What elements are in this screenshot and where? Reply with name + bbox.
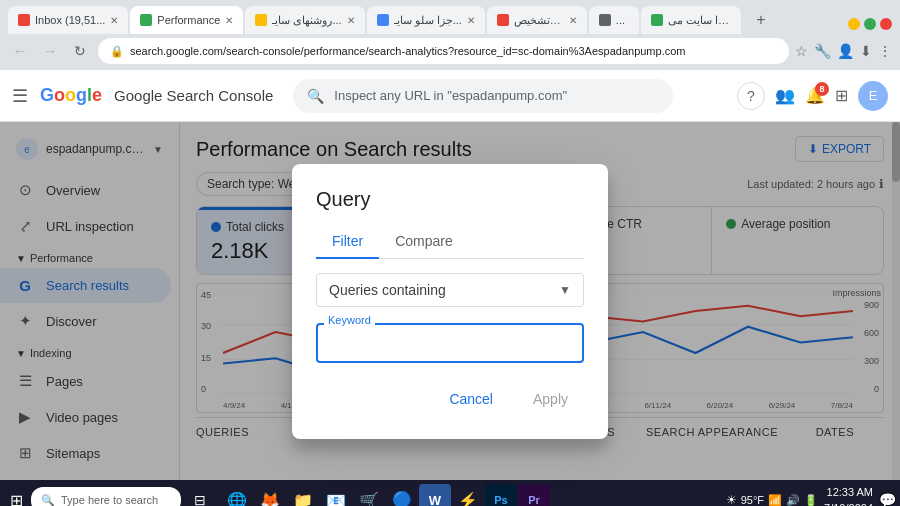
modal-dropdown-label: Queries containing [329,282,446,298]
tab-close-5[interactable]: ✕ [569,15,577,26]
tab-label-4: جزا سلو سایـ... [394,14,462,27]
tab-close-3[interactable]: ✕ [347,15,355,26]
tab4-favicon [377,14,389,26]
taskbar-notification-button[interactable]: 💬 [879,492,896,506]
modal-title: Query [316,188,584,211]
profile-icon[interactable]: 👤 [837,43,854,59]
taskbar-network-icon[interactable]: 📶 [768,494,782,507]
apps-icon[interactable]: ⊞ [835,86,848,105]
taskbar-right: ☀ 95°F 📶 🔊 🔋 12:33 AM 7/10/2024 💬 [726,484,896,507]
taskbar-temp: 95°F [741,494,764,506]
gsc-favicon [140,14,152,26]
browser-tab-5[interactable]: نحوه تشخیص... ✕ [487,6,587,34]
modal-input-label: Keyword [324,314,375,326]
address-bar[interactable]: 🔒 search.google.com/search-console/perfo… [98,38,789,64]
taskbar-app-chrome[interactable]: 🔵 [386,484,418,506]
modal-actions: Cancel Apply [316,383,584,415]
maximize-button[interactable] [864,18,876,30]
gmail-favicon [18,14,30,26]
taskbar-volume-icon[interactable]: 🔊 [786,494,800,507]
browser-tab-gmail[interactable]: Inbox (19,51... ✕ [8,6,128,34]
keyword-input[interactable] [316,323,584,363]
main-app-body: e espadanpump.com ▼ ⊙ Overview ⤤ URL ins… [0,122,900,480]
new-tab-button[interactable]: + [747,6,775,34]
tab-label-5: نحوه تشخیص... [514,14,564,27]
modal-tab-filter[interactable]: Filter [316,225,379,259]
lock-icon: 🔒 [110,45,124,58]
browser-tab-4[interactable]: جزا سلو سایـ... ✕ [367,6,485,34]
google-logo: Google [40,85,102,106]
tab-close-gmail[interactable]: ✕ [110,15,118,26]
taskbar-time: 12:33 AM [824,484,873,501]
taskbar-system-icons: ☀ 95°F 📶 🔊 🔋 [726,493,818,506]
tab7-favicon [651,14,663,26]
browser-chrome: Inbox (19,51... ✕ Performance ✕ روشنهای … [0,0,900,70]
forward-button[interactable]: → [38,39,62,63]
users-icon[interactable]: 👥 [775,86,795,105]
taskbar-search-icon: 🔍 [41,494,55,507]
notification-badge: 8 [815,82,829,96]
tab-label-gmail: Inbox (19,51... [35,14,105,26]
modal-dropdown-arrow-icon: ▼ [559,283,571,297]
taskbar-clock[interactable]: 12:33 AM 7/10/2024 [824,484,873,507]
minimize-button[interactable] [848,18,860,30]
tab5-favicon [497,14,509,26]
modal-tab-bar: Filter Compare [316,225,584,259]
avatar[interactable]: E [858,81,888,111]
modal-tab-compare[interactable]: Compare [379,225,469,259]
taskbar-app-mail[interactable]: 📧 [320,484,352,506]
taskbar-app-ps[interactable]: Ps [485,484,517,506]
modal-dropdown[interactable]: Queries containing ▼ [316,273,584,307]
browser-tab-3[interactable]: روشنهای سایـ... ✕ [245,6,364,34]
help-button[interactable]: ? [737,82,765,110]
taskbar-apps: 🌐 🦊 📁 📧 🛒 🔵 W ⚡ Ps Pr [221,484,550,506]
bookmark-icon[interactable]: ☆ [795,43,808,59]
windows-start-button[interactable]: ⊞ [4,487,29,507]
taskbar-search-box[interactable]: 🔍 Type here to search [31,487,181,506]
taskbar-weather-icon: ☀ [726,493,737,506]
close-button[interactable] [880,18,892,30]
tab-label-6: ... [616,14,625,26]
back-button[interactable]: ← [8,39,32,63]
browser-tab-7[interactable]: جزا سایت می... [641,6,741,34]
tab-close-performance[interactable]: ✕ [225,15,233,26]
browser-tab-6[interactable]: ... [589,6,639,34]
taskbar-app-word[interactable]: W [419,484,451,506]
notification-icon[interactable]: 🔔 8 [805,86,825,105]
taskbar-app-excel[interactable]: ⚡ [452,484,484,506]
browser-tab-performance[interactable]: Performance ✕ [130,6,243,34]
tab-label-3: روشنهای سایـ... [272,14,341,27]
extension-icon[interactable]: 🔧 [814,43,831,59]
query-modal: Query Filter Compare Queries containing … [292,164,608,439]
modal-overlay[interactable]: Query Filter Compare Queries containing … [0,122,900,480]
menu-icon[interactable]: ⋮ [878,43,892,59]
apply-button[interactable]: Apply [517,383,584,415]
tab-label-7: جزا سایت می... [668,14,731,27]
taskbar-date: 7/10/2024 [824,500,873,506]
hamburger-button[interactable]: ☰ [12,85,28,107]
taskbar-app-store[interactable]: 🛒 [353,484,385,506]
taskbar-app-firefox[interactable]: 🦊 [254,484,286,506]
search-icon: 🔍 [307,88,324,104]
taskbar-search-placeholder: Type here to search [61,494,158,506]
modal-input-wrapper: Keyword [316,323,584,363]
app-title: Google Search Console [114,87,273,104]
taskbar-app-edge[interactable]: 🌐 [221,484,253,506]
address-bar-row: ← → ↻ 🔒 search.google.com/search-console… [0,34,900,70]
reload-button[interactable]: ↻ [68,39,92,63]
tab-label-performance: Performance [157,14,220,26]
taskbar-app-premiere[interactable]: Pr [518,484,550,506]
taskbar-app-files[interactable]: 📁 [287,484,319,506]
tab3-favicon [255,14,267,26]
taskbar-app-view-button[interactable]: ⊟ [185,485,215,506]
search-placeholder: Inspect any URL in "espadanpump.com" [334,88,567,103]
browser-tab-bar: Inbox (19,51... ✕ Performance ✕ روشنهای … [0,0,900,34]
taskbar: ⊞ 🔍 Type here to search ⊟ 🌐 🦊 📁 📧 🛒 🔵 W … [0,480,900,506]
tab-close-4[interactable]: ✕ [467,15,475,26]
download-icon[interactable]: ⬇ [860,43,872,59]
app-topbar: ☰ Google Google Search Console 🔍 Inspect… [0,70,900,122]
top-search-bar[interactable]: 🔍 Inspect any URL in "espadanpump.com" [293,79,673,113]
url-text: search.google.com/search-console/perform… [130,45,685,57]
cancel-button[interactable]: Cancel [433,383,509,415]
topbar-actions: ? 👥 🔔 8 ⊞ E [737,81,888,111]
